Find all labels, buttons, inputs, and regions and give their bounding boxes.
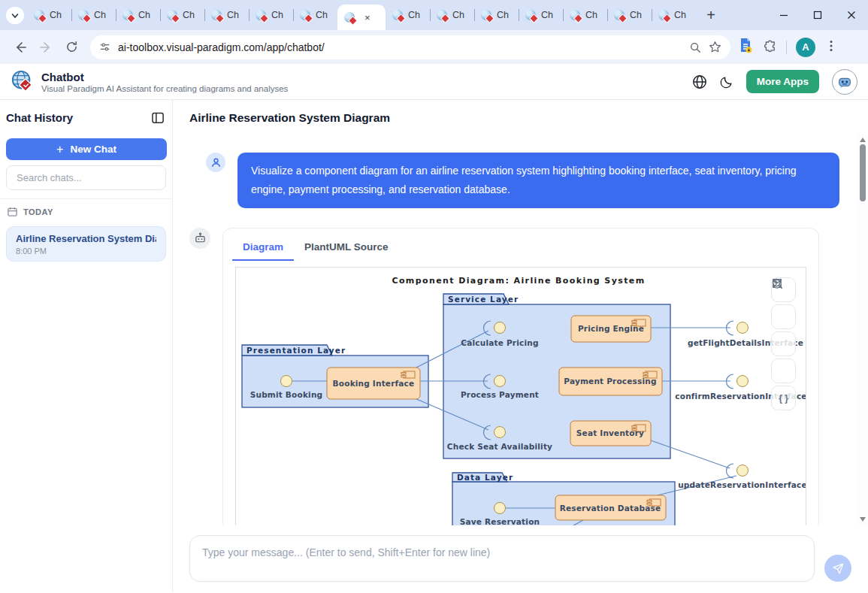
forward-button[interactable]: [33, 35, 59, 60]
interface-submit-booking: [281, 376, 292, 387]
back-icon: [14, 41, 27, 54]
label-process-payment: Process Payment: [461, 390, 539, 399]
component-reservation-database: Reservation Database: [555, 495, 666, 520]
tab-label: Ch: [183, 10, 195, 20]
app-title: Chatbot: [41, 71, 288, 83]
user-message-text: Visualize a component diagram for an air…: [251, 165, 797, 195]
dark-mode-moon-icon[interactable]: [720, 75, 733, 89]
label-service-layer: Service Layer: [448, 295, 519, 304]
search-placeholder: Search chats...: [17, 172, 82, 183]
label-pricing-engine: Pricing Engine: [578, 324, 644, 333]
browser-tab[interactable]: Ch: [293, 0, 337, 30]
window-maximize-button[interactable]: [800, 0, 834, 30]
browser-tabs: ChChChChChChCh×ChChChChChChCh: [27, 0, 696, 30]
browser-tab[interactable]: Ch: [607, 0, 652, 30]
reset-view-button[interactable]: [771, 331, 796, 356]
label-booking-interface: Booking Interface: [333, 379, 415, 388]
user-message-row: Visualize a component diagram for an air…: [206, 153, 839, 208]
chat-scrollbar[interactable]: [857, 134, 868, 525]
new-tab-button[interactable]: +: [700, 5, 721, 26]
browser-tab[interactable]: Ch: [430, 0, 474, 30]
calendar-icon: [8, 207, 17, 216]
send-button[interactable]: [824, 555, 851, 582]
interface-calculate-pricing: [494, 322, 506, 334]
tab-label: Ch: [50, 10, 62, 20]
component-pricing-engine: Pricing Engine: [571, 316, 651, 342]
language-globe-icon[interactable]: [692, 74, 707, 89]
label-seat-inventory: Seat Inventory: [576, 428, 644, 437]
browser-tab[interactable]: Ch: [474, 0, 519, 30]
message-input[interactable]: Type your message... (Enter to send, Shi…: [189, 535, 815, 582]
browser-tab[interactable]: Ch: [386, 0, 430, 30]
interface-save-reservation: [494, 503, 506, 514]
sidebar-collapse-icon[interactable]: [152, 112, 165, 124]
browser-tab[interactable]: Ch: [563, 0, 607, 30]
address-bar[interactable]: ai-toolbox.visual-paradigm.com/app/chatb…: [90, 35, 730, 59]
bookmark-star-icon[interactable]: [709, 41, 721, 53]
scrollbar-up-arrow[interactable]: [860, 138, 866, 142]
window-close-button[interactable]: [834, 0, 868, 30]
scrollbar-thumb[interactable]: [860, 144, 866, 201]
new-chat-button[interactable]: + New Chat: [6, 138, 167, 160]
browser-tab[interactable]: Ch: [519, 0, 563, 30]
tab-plantuml-source[interactable]: PlantUML Source: [294, 238, 399, 261]
app-header: Chatbot Visual Paradigm AI Assistant for…: [0, 64, 868, 100]
tab-label: Ch: [271, 10, 283, 20]
diagram-result-card: Diagram PlantUML Source Component Diagra…: [222, 228, 819, 525]
code-braces-button[interactable]: { }: [771, 386, 796, 410]
chat-history-item[interactable]: Airline Reservation System Dia... 8:00 P…: [6, 226, 166, 262]
visual-paradigm-favicon: [122, 10, 133, 20]
reload-icon: [65, 41, 78, 53]
tab-search-button[interactable]: [6, 7, 24, 24]
sidebar-title: Chat History: [6, 111, 73, 124]
back-button[interactable]: [8, 35, 33, 60]
visual-paradigm-favicon: [211, 10, 222, 20]
window-controls: [767, 0, 868, 30]
main-area: Airline Reservation System Diagram Visua…: [173, 100, 868, 592]
tab-close-icon[interactable]: ×: [364, 12, 370, 23]
tab-label: Ch: [408, 10, 420, 20]
browser-menu-icon[interactable]: [824, 39, 838, 56]
zoom-out-button[interactable]: [771, 304, 796, 329]
browser-tab[interactable]: Ch: [116, 0, 160, 30]
search-chats-input[interactable]: Search chats...: [6, 165, 166, 190]
window-minimize-button[interactable]: [767, 0, 800, 30]
chatbot-avatar-icon[interactable]: [832, 69, 857, 95]
fullscreen-button[interactable]: [771, 359, 796, 383]
fullscreen-icon: [771, 277, 783, 289]
visual-paradigm-favicon: [34, 10, 44, 20]
search-icon[interactable]: [689, 41, 701, 53]
diagram-canvas[interactable]: Component Diagram: Airline Booking Syste…: [235, 267, 806, 525]
browser-tab[interactable]: Ch: [71, 0, 116, 30]
url-text[interactable]: ai-toolbox.visual-paradigm.com/app/chatb…: [118, 41, 682, 53]
close-icon: [847, 11, 856, 20]
tab-label: Ch: [541, 10, 553, 20]
tab-diagram[interactable]: Diagram: [232, 238, 294, 261]
browser-tab[interactable]: Ch: [249, 0, 293, 30]
browser-tab-active[interactable]: ×: [337, 5, 386, 30]
label-save-reservation: Save Reservation: [460, 517, 540, 525]
browser-tab[interactable]: Ch: [27, 0, 71, 30]
chat-scroll-area[interactable]: Visualize a component diagram for an air…: [173, 134, 868, 525]
more-apps-button[interactable]: More Apps: [746, 70, 819, 93]
braces-icon: { }: [779, 393, 788, 404]
scrollbar-down-arrow[interactable]: [860, 517, 866, 522]
label-payment-processing: Payment Processing: [564, 377, 656, 386]
browser-tab[interactable]: Ch: [204, 0, 249, 30]
component-booking-interface: Booking Interface: [327, 368, 420, 399]
extensions-puzzle-icon[interactable]: [762, 38, 777, 56]
label-submit-booking: Submit Booking: [250, 390, 323, 399]
tab-label: Ch: [316, 10, 328, 20]
browser-tab[interactable]: Ch: [160, 0, 204, 30]
tab-label: Ch: [452, 10, 464, 20]
page-title: Airline Reservation System Diagram: [189, 111, 390, 124]
docs-extension-icon[interactable]: [738, 38, 753, 57]
visual-paradigm-favicon: [570, 10, 580, 20]
tab-label: Ch: [94, 10, 106, 20]
profile-avatar[interactable]: A: [796, 38, 815, 57]
site-settings-icon[interactable]: [99, 41, 110, 53]
tab-label: Ch: [497, 10, 509, 20]
browser-tab[interactable]: Ch: [652, 0, 696, 30]
visual-paradigm-favicon: [78, 10, 89, 20]
reload-button[interactable]: [59, 35, 84, 60]
